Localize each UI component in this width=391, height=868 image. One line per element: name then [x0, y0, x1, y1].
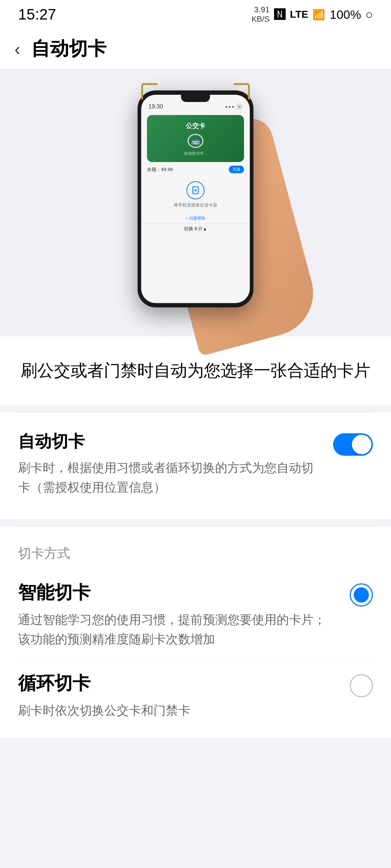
status-icons: 3.91KB/S 🅽 LTE 📶 100% ○	[252, 5, 373, 24]
nfc-icon-status: 🅽	[274, 8, 286, 21]
auto-switch-label: 自动切卡中...	[184, 151, 207, 156]
screen-dots	[226, 106, 234, 108]
corner-tl	[141, 83, 157, 99]
cycle-switch-title: 循环切卡	[18, 671, 335, 695]
back-button[interactable]: ‹	[14, 39, 20, 59]
balance-text: 余额：¥9.99	[147, 166, 173, 173]
toggle-thumb	[352, 435, 371, 454]
nfc-brackets	[141, 83, 250, 105]
hero-section: 19:30 ✕ 公交卡 🚌 自动切卡中...	[0, 69, 391, 336]
card-switch-section: 切卡方式 智能切卡 通过智能学习您的使用习惯，提前预测您要使用的卡片；该功能的预…	[0, 527, 391, 738]
auto-switch-text: 自动切卡 刷卡时，根据使用习惯或者循环切换的方式为您自动切卡（需授权使用位置信息…	[18, 430, 319, 497]
switch-mode-label: 切卡方式	[18, 545, 373, 562]
status-speed: 3.91KB/S	[252, 5, 270, 24]
smart-switch-title: 智能切卡	[18, 580, 335, 605]
cycle-switch-desc: 刷卡时依次切换公交卡和门禁卡	[18, 701, 335, 720]
auto-switch-toggle[interactable]	[333, 433, 373, 456]
bus-card-label: 公交卡	[186, 122, 205, 130]
smart-switch-text: 智能切卡 通过智能学习您的使用习惯，提前预测您要使用的卡片；该功能的预测精准度随…	[18, 580, 335, 649]
description-section: 刷公交或者门禁时自动为您选择一张合适的卡片	[0, 336, 391, 405]
battery-label: 100%	[329, 8, 361, 22]
auto-switch-section: 自动切卡 刷卡时，根据使用习惯或者循环切换的方式为您自动切卡（需授权使用位置信息…	[0, 412, 391, 519]
charge-button[interactable]: 充值	[229, 166, 244, 173]
auto-switch-title: 自动切卡	[18, 430, 319, 453]
signal-icon: 📶	[312, 9, 325, 21]
green-card: 公交卡 🚌 自动切卡中...	[147, 115, 244, 162]
smart-switch-desc: 通过智能学习您的使用习惯，提前预测您要使用的卡片；该功能的预测精准度随刷卡次数增…	[18, 610, 335, 649]
page-title: 自动切卡	[31, 36, 106, 61]
description-text: 刷公交或者门禁时自动为您选择一张合适的卡片	[18, 358, 373, 383]
smart-switch-item: 智能切卡 通过智能学习您的使用习惯，提前预测您要使用的卡片；该功能的预测精准度随…	[18, 573, 373, 656]
auto-switch-item: 自动切卡 刷卡时，根据使用习惯或者循环切换的方式为您自动切卡（需授权使用位置信息…	[18, 430, 373, 497]
status-time: 15:27	[18, 6, 56, 23]
phone-screen: 19:30 ✕ 公交卡 🚌 自动切卡中...	[141, 95, 250, 303]
cycle-switch-item: 循环切卡 刷卡时依次切换公交卡和门禁卡	[18, 664, 373, 727]
phone-mockup: 19:30 ✕ 公交卡 🚌 自动切卡中...	[130, 90, 261, 322]
status-bar: 15:27 3.91KB/S 🅽 LTE 📶 100% ○	[0, 0, 391, 29]
help-text[interactable]: ○ 问题帮助	[141, 211, 250, 223]
battery-icon: ○	[365, 8, 373, 22]
phone-outer: 19:30 ✕ 公交卡 🚌 自动切卡中...	[138, 90, 253, 307]
auto-switch-desc: 刷卡时，根据使用习惯或者循环切换的方式为您自动切卡（需授权使用位置信息）	[18, 458, 319, 497]
bus-icon: 🚌	[188, 134, 203, 148]
radio-divider	[18, 660, 373, 660]
switch-card-row[interactable]: 切换卡片▲	[141, 223, 250, 234]
cycle-switch-radio[interactable]	[350, 674, 373, 697]
balance-row: 余额：¥9.99 充值	[141, 162, 250, 175]
smart-switch-radio[interactable]	[350, 583, 373, 607]
corner-tr	[234, 83, 250, 99]
nfc-hint: 将手机背面靠近读卡器	[174, 202, 217, 208]
nav-bar: ‹ 自动切卡	[0, 29, 391, 69]
nfc-tap-icon	[186, 181, 205, 199]
cycle-switch-text: 循环切卡 刷卡时依次切换公交卡和门禁卡	[18, 671, 335, 720]
lte-icon: LTE	[290, 9, 308, 20]
nfc-section: 将手机背面靠近读卡器	[141, 175, 250, 211]
